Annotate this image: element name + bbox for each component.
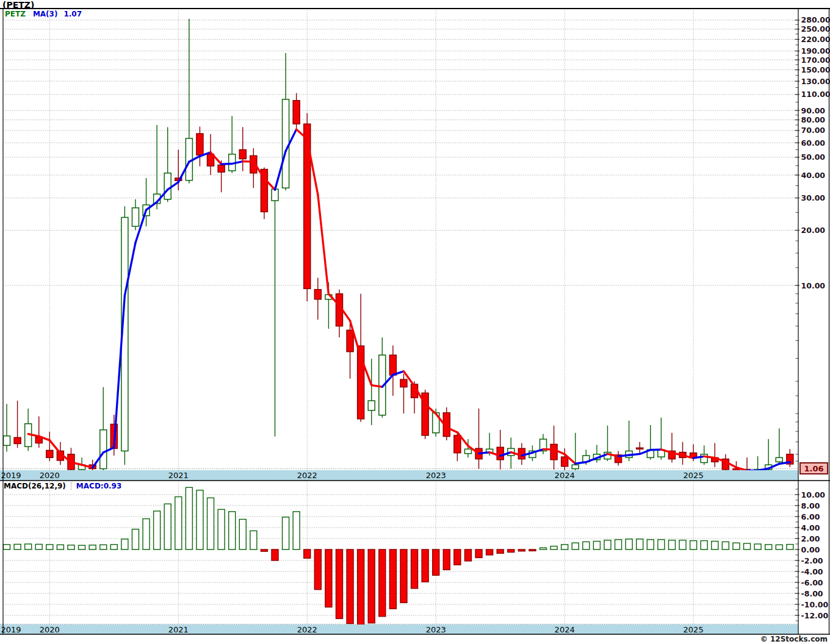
macd-bar — [637, 539, 643, 549]
macd-bar — [722, 542, 729, 549]
macd-axis-label: -2.00 — [801, 556, 823, 565]
macd-bar — [4, 545, 10, 549]
macd-bar — [186, 487, 192, 549]
macd-bar — [14, 544, 21, 549]
macd-bar — [35, 544, 42, 549]
macd-axis-label: 0.00 — [801, 545, 820, 554]
year-label: 2021 — [168, 625, 189, 634]
macd-bar — [754, 544, 761, 549]
year-label: 2025 — [684, 625, 704, 634]
macd-bar — [57, 545, 63, 549]
macd-bar — [583, 542, 590, 549]
price-date-band — [0, 470, 798, 481]
macd-bar — [712, 542, 718, 550]
year-label: 2021 — [168, 471, 189, 480]
macd-legend-label: MACD(26,12,9) — [4, 482, 66, 490]
macd-bar — [336, 549, 342, 618]
macd-axis-label: 2.00 — [801, 534, 820, 543]
macd-bar — [647, 540, 654, 549]
macd-bar — [389, 549, 396, 609]
macd-bar — [604, 540, 611, 549]
macd-bar — [518, 549, 525, 551]
macd-bar — [164, 504, 171, 549]
price-panel-legend: PETZMA(3)1.07 — [5, 10, 82, 18]
legend-symbol: PETZ — [5, 10, 26, 18]
macd-bar — [100, 545, 107, 549]
macd-bar — [68, 545, 74, 549]
macd-bar — [347, 549, 353, 624]
macd-date-band — [0, 624, 798, 634]
macd-bar — [239, 520, 246, 550]
price-axis-label: 20.00 — [801, 226, 826, 235]
macd-bar — [443, 549, 450, 570]
macd-bar — [744, 543, 751, 549]
year-label: 2024 — [555, 471, 575, 480]
macd-bar — [283, 517, 289, 549]
macd-bar — [250, 531, 257, 549]
macd-bar — [701, 541, 707, 549]
macd-bar — [668, 540, 675, 549]
macd-axis-label: -8.00 — [801, 589, 823, 598]
macd-bar — [110, 545, 117, 549]
macd-bar — [658, 540, 665, 549]
macd-legend-value: MACD:0.93 — [76, 482, 121, 490]
year-label: 2023 — [426, 471, 446, 480]
price-axis-label: 10.00 — [801, 281, 826, 290]
macd-bar — [46, 545, 53, 549]
macd-bar — [325, 549, 332, 607]
price-axis-label: 80.00 — [801, 115, 826, 124]
macd-bar — [400, 549, 407, 603]
macd-axis-label: -10.00 — [801, 600, 829, 609]
price-axis-label: 60.00 — [801, 138, 826, 148]
macd-bar — [679, 540, 686, 549]
macd-bar — [261, 549, 267, 551]
year-label: 2025 — [684, 471, 704, 480]
price-axis-label: 90.00 — [801, 106, 826, 115]
macd-bar — [561, 545, 568, 549]
year-label: 2020 — [40, 625, 60, 634]
price-axis-label: 70.00 — [801, 126, 826, 135]
macd-axis-label: -12.00 — [801, 611, 829, 620]
macd-bar — [368, 549, 375, 623]
macd-bar — [132, 529, 139, 549]
macd-axis-label: -6.00 — [801, 578, 823, 587]
legend-divider — [71, 482, 71, 490]
macd-bar — [787, 545, 793, 549]
year-label: 2022 — [297, 625, 317, 634]
macd-bar — [197, 490, 203, 549]
last-price-badge: 1.06 — [799, 462, 828, 474]
legend-ma-label: MA(3) — [33, 10, 58, 18]
macd-bar — [218, 509, 225, 549]
price-axis-label: 150.00 — [801, 65, 830, 74]
macd-bar — [529, 549, 536, 551]
macd-bar — [89, 545, 96, 549]
macd-bar — [304, 549, 311, 558]
macd-bar — [229, 512, 236, 549]
price-axis-label: 50.00 — [801, 152, 826, 162]
chart-canvas: 2019202020212022202320242025201920202021… — [0, 0, 830, 644]
year-label: 2019 — [1, 471, 21, 480]
macd-bar — [358, 549, 364, 624]
legend-ma-value: 1.07 — [63, 10, 82, 18]
price-axis-label: 220.00 — [801, 35, 830, 44]
price-axis-label: 280.00 — [801, 15, 830, 24]
price-axis-label: 190.00 — [801, 46, 830, 55]
year-label: 2020 — [40, 471, 60, 480]
macd-bar — [508, 549, 514, 553]
macd-bar — [464, 549, 471, 561]
macd-bar — [143, 519, 150, 549]
macd-axis-label: -4.00 — [801, 567, 823, 576]
macd-axis-label: 4.00 — [801, 523, 820, 532]
macd-bar — [411, 549, 418, 589]
macd-bar — [626, 539, 632, 549]
price-axis-label: 40.00 — [801, 171, 826, 180]
page-title: (PETZ) — [2, 0, 34, 10]
macd-axis-label: 8.00 — [801, 501, 820, 510]
stock-chart-petz: 2019202020212022202320242025201920202021… — [0, 0, 830, 644]
macd-bar — [572, 543, 579, 549]
macd-panel-legend: MACD(26,12,9)MACD:0.93 — [4, 482, 121, 490]
macd-axis-label: 10.00 — [801, 490, 826, 499]
year-label: 2019 — [1, 625, 21, 634]
macd-bar — [497, 549, 503, 553]
macd-axis-label: 6.00 — [801, 512, 820, 521]
